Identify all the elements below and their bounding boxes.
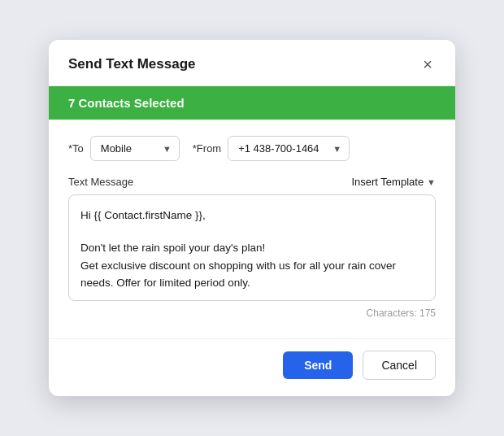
from-field-group: *From +1 438-700-1464 ▼ (193, 136, 350, 161)
to-label: *To (68, 142, 84, 155)
char-count: Characters: 175 (68, 307, 436, 319)
modal-header: Send Text Message × (49, 40, 455, 86)
insert-template-button[interactable]: Insert Template ▼ (351, 176, 436, 188)
cancel-button[interactable]: Cancel (363, 351, 436, 380)
insert-template-chevron-icon: ▼ (427, 177, 436, 187)
message-text-area[interactable]: Hi {{ Contact.firstName }}, Don't let th… (68, 194, 436, 300)
text-message-label: Text Message (68, 176, 133, 188)
from-select-wrapper: +1 438-700-1464 ▼ (228, 136, 350, 161)
modal-body: *To Mobile Home Work ▼ *From +1 438-700-… (49, 120, 455, 338)
message-section-row: Text Message Insert Template ▼ (68, 176, 436, 188)
from-label: *From (193, 142, 221, 155)
modal-title: Send Text Message (68, 56, 196, 72)
message-line2: Don't let the rain spoil your day's plan… (80, 239, 424, 257)
modal-footer: Send Cancel (49, 338, 455, 396)
message-line3: Get exclusive discount on shopping with … (80, 257, 424, 292)
from-select[interactable]: +1 438-700-1464 (228, 136, 350, 161)
insert-template-label: Insert Template (351, 176, 424, 188)
message-line1: Hi {{ Contact.firstName }}, (80, 207, 424, 225)
to-select-wrapper: Mobile Home Work ▼ (90, 136, 180, 161)
send-button[interactable]: Send (283, 351, 353, 379)
to-select[interactable]: Mobile Home Work (90, 136, 180, 161)
to-field-group: *To Mobile Home Work ▼ (68, 136, 180, 161)
to-from-row: *To Mobile Home Work ▼ *From +1 438-700-… (68, 136, 436, 161)
contacts-banner: 7 Contacts Selected (49, 86, 455, 120)
send-text-modal: Send Text Message × 7 Contacts Selected … (49, 40, 455, 395)
close-button[interactable]: × (419, 54, 436, 74)
